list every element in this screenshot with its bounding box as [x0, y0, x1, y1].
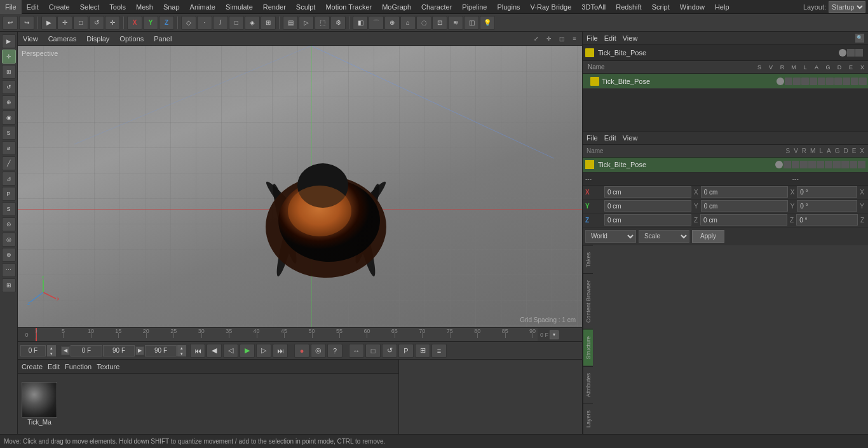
menu-simulate[interactable]: Simulate: [220, 0, 258, 14]
left-tool-14[interactable]: ⊚: [2, 248, 16, 262]
menu-plugins[interactable]: Plugins: [492, 0, 525, 14]
menu-file[interactable]: File: [0, 0, 22, 14]
axis-y-button[interactable]: Y: [143, 16, 158, 30]
attr-view-menu[interactable]: View: [623, 134, 638, 142]
attr-edit-menu[interactable]: Edit: [604, 134, 616, 142]
attr-file-menu[interactable]: File: [587, 134, 598, 142]
om-view-menu[interactable]: View: [623, 34, 638, 42]
coord-z-pos-input[interactable]: [604, 214, 691, 226]
coord-x-pos2-input[interactable]: [701, 186, 788, 198]
menu-pipeline[interactable]: Pipeline: [457, 0, 492, 14]
vtab-attributes[interactable]: Attributes: [583, 366, 593, 404]
viewport-icon-expand[interactable]: ⤢: [531, 34, 541, 44]
menu-edit[interactable]: Edit: [22, 0, 44, 14]
axis-x-button[interactable]: X: [127, 16, 142, 30]
display-menu[interactable]: Display: [84, 35, 112, 43]
left-tool-9[interactable]: ⊿: [2, 172, 16, 186]
range-start-arrow[interactable]: ◀: [61, 346, 70, 355]
left-tool-select[interactable]: ▶: [2, 34, 16, 48]
coord-z-pos2-input[interactable]: [700, 214, 787, 226]
uv-mode-btn[interactable]: ◈: [245, 16, 260, 30]
effector-btn[interactable]: ≋: [448, 16, 463, 30]
range-end2-input[interactable]: [145, 345, 177, 356]
edge-mode-btn[interactable]: /: [213, 16, 228, 30]
left-tool-rotate[interactable]: ↺: [2, 80, 16, 94]
move-mode-btn[interactable]: ↔: [349, 344, 364, 358]
menu-window[interactable]: Window: [675, 0, 710, 14]
menu-animate[interactable]: Animate: [185, 0, 220, 14]
3d-viewport[interactable]: Perspective: [18, 46, 582, 327]
material-create-menu[interactable]: Create: [22, 363, 43, 370]
viewport-icon-settings[interactable]: ≡: [569, 34, 580, 44]
attr-object-row[interactable]: Tick_Bite_Pose: [583, 158, 868, 173]
rotate-anim-btn[interactable]: ↺: [382, 344, 397, 358]
timeline-ruler-track[interactable]: 0 5 10 15 20 25 30 35 40 45 50: [36, 328, 538, 342]
menu-motion-tracker[interactable]: Motion Tracker: [320, 0, 377, 14]
material-thumbnail[interactable]: [22, 382, 57, 417]
options-menu[interactable]: Options: [117, 35, 146, 43]
left-tool-grid[interactable]: ⊞: [2, 65, 16, 79]
spline-btn[interactable]: ⌒: [369, 16, 384, 30]
menu-help[interactable]: Help: [710, 0, 735, 14]
range-end-arrow[interactable]: ▶: [135, 346, 144, 355]
field-btn[interactable]: ◌: [416, 16, 431, 30]
play-btn[interactable]: ▶: [240, 344, 255, 358]
vtab-content-browser[interactable]: Content Browser: [583, 273, 593, 329]
menu-character[interactable]: Character: [416, 0, 457, 14]
left-tool-scale[interactable]: ⊕: [2, 95, 16, 109]
range-start-input[interactable]: [71, 345, 102, 356]
go-to-end-btn[interactable]: ⏭: [273, 344, 288, 358]
current-frame-input[interactable]: [20, 345, 46, 356]
scale-dropdown[interactable]: Scale: [639, 230, 689, 243]
rotate-tool[interactable]: ↺: [89, 16, 104, 30]
coord-x-rot-input[interactable]: [797, 186, 857, 198]
frame-step-up[interactable]: ▴: [47, 345, 56, 351]
layout-dropdown[interactable]: Startup: [829, 1, 865, 13]
light-btn[interactable]: 💡: [480, 16, 495, 30]
reverse-play-btn[interactable]: ◁: [223, 344, 238, 358]
axis-z-button[interactable]: Z: [159, 16, 174, 30]
scale-tool[interactable]: □: [73, 16, 88, 30]
apply-button[interactable]: Apply: [692, 230, 724, 243]
menu-render[interactable]: Render: [258, 0, 291, 14]
om-edit-menu[interactable]: Edit: [604, 34, 616, 42]
frame-step-down[interactable]: ▾: [47, 351, 56, 356]
menu-snap[interactable]: Snap: [158, 0, 185, 14]
material-function-menu[interactable]: Function: [65, 363, 92, 370]
go-to-start-btn[interactable]: ⏮: [190, 344, 205, 358]
nurbs-btn[interactable]: ⊕: [384, 16, 400, 30]
render-region-btn[interactable]: ▤: [283, 16, 298, 30]
left-tool-paint[interactable]: ◎: [2, 233, 16, 247]
coord-z-rot-input[interactable]: [796, 214, 858, 226]
vtab-takes[interactable]: Takes: [583, 245, 593, 274]
view-menu[interactable]: View: [20, 35, 41, 43]
om-file-menu[interactable]: File: [587, 34, 598, 42]
range-end-step-down[interactable]: ▾: [177, 351, 186, 356]
timeline-end-step[interactable]: ▾: [550, 330, 559, 339]
camera-btn[interactable]: ◫: [464, 16, 479, 30]
record-btn[interactable]: ●: [294, 344, 309, 358]
point-mode-btn[interactable]: ·: [197, 16, 212, 30]
coord-x-pos-input[interactable]: [604, 186, 691, 198]
record-extra-btn[interactable]: ◎: [311, 344, 326, 358]
render-to-picture-btn[interactable]: ⬚: [315, 16, 330, 30]
move-tool[interactable]: ✛: [57, 16, 72, 30]
cube-btn[interactable]: ◧: [353, 16, 368, 30]
menu-sculpt[interactable]: Sculpt: [291, 0, 321, 14]
range-end-input[interactable]: [103, 345, 135, 356]
object-mode-btn[interactable]: ◇: [181, 16, 196, 30]
left-tool-16[interactable]: ⊞: [2, 278, 16, 292]
left-tool-11[interactable]: S: [2, 202, 16, 216]
grid-anim-btn[interactable]: ⊞: [415, 344, 430, 358]
om-object-row[interactable]: Tick_Bite_Pose: [583, 74, 868, 89]
menu-vray[interactable]: V-Ray Bridge: [526, 0, 577, 14]
menu-mesh[interactable]: Mesh: [131, 0, 158, 14]
left-tool-brush[interactable]: ⊙: [2, 217, 16, 231]
pose-anim-btn[interactable]: P: [398, 344, 414, 358]
menu-create[interactable]: Create: [44, 0, 75, 14]
coord-y-pos-input[interactable]: [604, 200, 691, 212]
box-mode-btn[interactable]: □: [365, 344, 381, 358]
vtab-structure[interactable]: Structure: [583, 329, 593, 366]
step-back-btn[interactable]: ◀: [207, 344, 222, 358]
menu-mograph[interactable]: MoGraph: [377, 0, 416, 14]
